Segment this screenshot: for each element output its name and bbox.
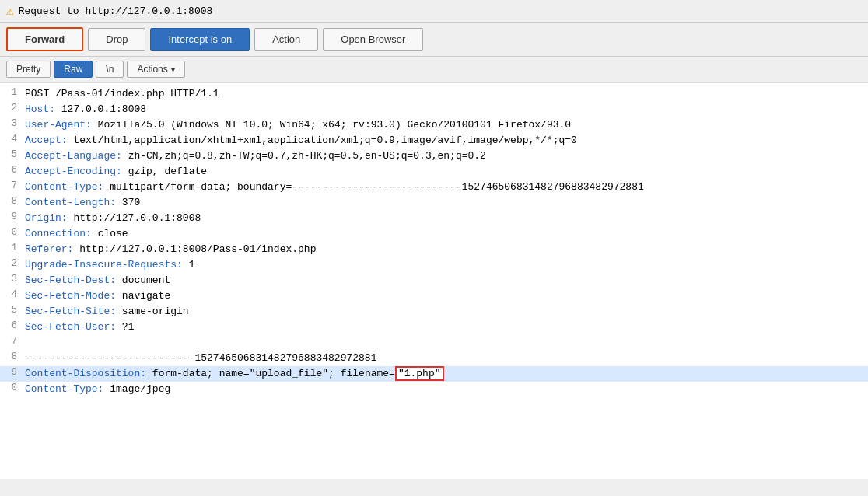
line-number: 8 — [3, 351, 17, 362]
line-content: Content-Length: 370 — [25, 195, 865, 211]
line-number: 6 — [3, 320, 17, 331]
action-button[interactable]: Action — [254, 28, 318, 51]
actions-button[interactable]: Actions ▾ — [127, 61, 184, 78]
title-text: Request to http://127.0.0.1:8008 — [19, 5, 213, 17]
table-row: 8----------------------------15274650683… — [0, 351, 868, 366]
drop-button[interactable]: Drop — [88, 28, 145, 51]
line-number: 4 — [3, 288, 17, 300]
intercept-button[interactable]: Intercept is on — [150, 28, 250, 51]
sub-toolbar: Pretty Raw \n Actions ▾ — [0, 57, 868, 82]
line-number: 2 — [3, 257, 17, 269]
line-content: User-Agent: Mozilla/5.0 (Windows NT 10.0… — [25, 117, 865, 133]
table-row: 3Sec-Fetch-Dest: document — [0, 273, 868, 288]
line-content: Upgrade-Insecure-Requests: 1 — [25, 257, 865, 273]
line-content: Referer: http://127.0.0.1:8008/Pass-01/i… — [25, 242, 865, 257]
line-number: 3 — [3, 273, 17, 285]
table-row: 1POST /Pass-01/index.php HTTP/1.1 — [0, 86, 868, 102]
pretty-button[interactable]: Pretty — [6, 61, 51, 78]
table-row: 0Connection: close — [0, 226, 868, 242]
line-number: 5 — [3, 148, 17, 160]
open-browser-button[interactable]: Open Browser — [323, 28, 423, 51]
line-content: ----------------------------152746506831… — [25, 351, 865, 366]
table-row: 3User-Agent: Mozilla/5.0 (Windows NT 10.… — [0, 117, 868, 133]
line-number: 6 — [3, 164, 17, 176]
table-row: 9Content-Disposition: form-data; name="u… — [0, 366, 868, 382]
table-row: 9Origin: http://127.0.0.1:8008 — [0, 211, 868, 226]
line-number: 0 — [3, 226, 17, 238]
line-content: Content-Disposition: form-data; name="up… — [25, 366, 865, 382]
table-row: 4Sec-Fetch-Mode: navigate — [0, 288, 868, 304]
newline-button[interactable]: \n — [96, 61, 124, 78]
line-content: POST /Pass-01/index.php HTTP/1.1 — [25, 86, 865, 102]
line-number: 9 — [3, 211, 17, 222]
line-number: 7 — [3, 180, 17, 191]
dropdown-arrow-icon: ▾ — [171, 65, 175, 74]
line-content: Connection: close — [25, 226, 865, 242]
table-row: 6Sec-Fetch-User: ?1 — [0, 320, 868, 335]
line-number: 3 — [3, 117, 17, 129]
line-number: 9 — [3, 366, 17, 378]
line-content: Host: 127.0.0.1:8008 — [25, 102, 865, 117]
table-row: 7 — [0, 335, 868, 351]
line-content: Content-Type: multipart/form-data; bound… — [25, 180, 865, 195]
line-number: 4 — [3, 133, 17, 145]
line-content: Accept-Language: zh-CN,zh;q=0.8,zh-TW;q=… — [25, 148, 865, 164]
line-content — [25, 335, 865, 351]
line-number: 1 — [3, 242, 17, 253]
line-content: Accept-Encoding: gzip, deflate — [25, 164, 865, 180]
title-bar: ⚠ Request to http://127.0.0.1:8008 — [0, 0, 868, 23]
line-number: 0 — [3, 382, 17, 393]
table-row: 7Content-Type: multipart/form-data; boun… — [0, 180, 868, 195]
table-row: 6Accept-Encoding: gzip, deflate — [0, 164, 868, 180]
line-content: Sec-Fetch-Dest: document — [25, 273, 865, 288]
table-row: 5Accept-Language: zh-CN,zh;q=0.8,zh-TW;q… — [0, 148, 868, 164]
table-row: 4Accept: text/html,application/xhtml+xml… — [0, 133, 868, 148]
line-number: 8 — [3, 195, 17, 207]
table-row: 8Content-Length: 370 — [0, 195, 868, 211]
warning-icon: ⚠ — [6, 3, 14, 19]
forward-button[interactable]: Forward — [6, 27, 83, 51]
table-row: 2Host: 127.0.0.1:8008 — [0, 102, 868, 117]
line-content: Content-Type: image/jpeg — [25, 382, 865, 397]
line-content: Sec-Fetch-Mode: navigate — [25, 288, 865, 304]
request-content: 1POST /Pass-01/index.php HTTP/1.12Host: … — [0, 82, 868, 479]
table-row: 2Upgrade-Insecure-Requests: 1 — [0, 257, 868, 273]
table-row: 5Sec-Fetch-Site: same-origin — [0, 304, 868, 320]
line-number: 1 — [3, 86, 17, 98]
line-content: Sec-Fetch-User: ?1 — [25, 320, 865, 335]
line-content: Accept: text/html,application/xhtml+xml,… — [25, 133, 865, 148]
line-number: 5 — [3, 304, 17, 316]
main-toolbar: Forward Drop Intercept is on Action Open… — [0, 23, 868, 57]
raw-button[interactable]: Raw — [54, 61, 93, 78]
table-row: 0Content-Type: image/jpeg — [0, 382, 868, 397]
line-number: 2 — [3, 102, 17, 114]
table-row: 1Referer: http://127.0.0.1:8008/Pass-01/… — [0, 242, 868, 257]
actions-label: Actions — [137, 64, 167, 75]
line-content: Origin: http://127.0.0.1:8008 — [25, 211, 865, 226]
line-content: Sec-Fetch-Site: same-origin — [25, 304, 865, 320]
highlighted-filename: "1.php" — [395, 366, 444, 381]
line-number: 7 — [3, 335, 17, 347]
